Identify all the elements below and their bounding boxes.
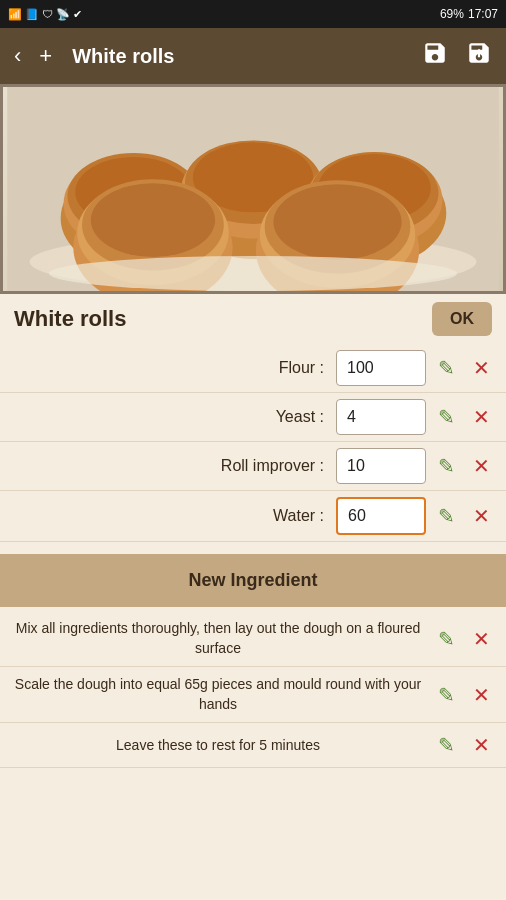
water-input[interactable] bbox=[336, 497, 426, 535]
instruction-text-2: Scale the dough into equal 65g pieces an… bbox=[10, 675, 426, 714]
ingredient-row-flour: Flour : ✎ ✕ bbox=[0, 344, 506, 393]
instruction-row-3: Leave these to rest for 5 minutes ✎ ✕ bbox=[0, 723, 506, 768]
flour-label: Flour : bbox=[10, 359, 330, 377]
flour-delete-icon[interactable]: ✕ bbox=[467, 354, 496, 382]
yeast-input[interactable] bbox=[336, 399, 426, 435]
water-delete-icon[interactable]: ✕ bbox=[467, 502, 496, 530]
svg-point-21 bbox=[273, 184, 401, 260]
ingredient-row-yeast: Yeast : ✎ ✕ bbox=[0, 393, 506, 442]
instruction-text-1: Mix all ingredients thoroughly, then lay… bbox=[10, 619, 426, 658]
recipe-title: White rolls bbox=[14, 306, 126, 332]
recipe-title-bar: White rolls OK bbox=[0, 294, 506, 344]
yeast-label: Yeast : bbox=[10, 408, 330, 426]
water-label: Water : bbox=[10, 507, 330, 525]
svg-point-17 bbox=[91, 183, 215, 257]
instructions-section: Mix all ingredients thoroughly, then lay… bbox=[0, 611, 506, 768]
ingredient-row-roll-improver: Roll improver : ✎ ✕ bbox=[0, 442, 506, 491]
instruction-1-edit-icon[interactable]: ✎ bbox=[432, 625, 461, 653]
yeast-delete-icon[interactable]: ✕ bbox=[467, 403, 496, 431]
back-button[interactable]: ‹ bbox=[10, 39, 25, 73]
recipe-image bbox=[0, 84, 506, 294]
flour-edit-icon[interactable]: ✎ bbox=[432, 354, 461, 382]
add-button[interactable]: + bbox=[35, 39, 56, 73]
main-content: White rolls OK Flour : ✎ ✕ Yeast : ✎ ✕ R… bbox=[0, 84, 506, 900]
roll-improver-edit-icon[interactable]: ✎ bbox=[432, 452, 461, 480]
save-button[interactable] bbox=[418, 36, 452, 76]
time: 17:07 bbox=[468, 7, 498, 21]
instruction-3-edit-icon[interactable]: ✎ bbox=[432, 731, 461, 759]
top-bar: ‹ + White rolls bbox=[0, 28, 506, 84]
status-bar: 📶 📘 🛡 📡 ✔ 69% 17:07 bbox=[0, 0, 506, 28]
ingredient-row-water: Water : ✎ ✕ bbox=[0, 491, 506, 542]
instruction-text-3: Leave these to rest for 5 minutes bbox=[10, 736, 426, 756]
status-right: 69% 17:07 bbox=[440, 7, 498, 21]
flour-input[interactable] bbox=[336, 350, 426, 386]
roll-improver-input[interactable] bbox=[336, 448, 426, 484]
instruction-2-edit-icon[interactable]: ✎ bbox=[432, 681, 461, 709]
export-button[interactable] bbox=[462, 36, 496, 76]
svg-point-22 bbox=[49, 256, 457, 291]
ingredients-section: Flour : ✎ ✕ Yeast : ✎ ✕ Roll improver : … bbox=[0, 344, 506, 546]
water-edit-icon[interactable]: ✎ bbox=[432, 502, 461, 530]
yeast-edit-icon[interactable]: ✎ bbox=[432, 403, 461, 431]
ok-button[interactable]: OK bbox=[432, 302, 492, 336]
roll-improver-delete-icon[interactable]: ✕ bbox=[467, 452, 496, 480]
new-ingredient-button[interactable]: New Ingredient bbox=[0, 554, 506, 607]
notification-icons: 📶 📘 🛡 📡 ✔ bbox=[8, 8, 82, 21]
battery-level: 69% bbox=[440, 7, 464, 21]
roll-improver-label: Roll improver : bbox=[10, 457, 330, 475]
status-icons: 📶 📘 🛡 📡 ✔ bbox=[8, 8, 82, 21]
instruction-row-1: Mix all ingredients thoroughly, then lay… bbox=[0, 611, 506, 667]
instruction-row-2: Scale the dough into equal 65g pieces an… bbox=[0, 667, 506, 723]
page-title: White rolls bbox=[72, 45, 408, 68]
instruction-1-delete-icon[interactable]: ✕ bbox=[467, 625, 496, 653]
instruction-2-delete-icon[interactable]: ✕ bbox=[467, 681, 496, 709]
instruction-3-delete-icon[interactable]: ✕ bbox=[467, 731, 496, 759]
